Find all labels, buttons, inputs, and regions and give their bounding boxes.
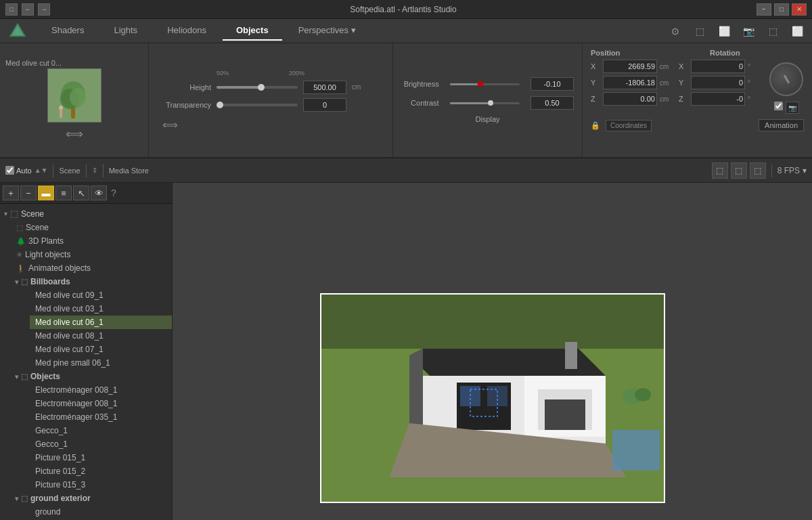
svg-rect-19	[545, 399, 585, 430]
svg-rect-7	[60, 108, 62, 118]
animation-btn[interactable]: Animation	[759, 119, 804, 131]
close-btn[interactable]: ✕	[792, 3, 807, 16]
tab-lights[interactable]: Lights	[100, 21, 151, 41]
back-btn[interactable]: ←	[22, 3, 34, 16]
remove-btn[interactable]: −	[20, 186, 37, 200]
billboards-header[interactable]: ▾ ⬚ Billboards	[11, 275, 172, 288]
sidebar: + − ▬ ≡ ↖ 👁 ? ▾ ⬚ Scene ⬚	[0, 183, 173, 520]
transparency-slider[interactable]	[217, 104, 298, 106]
transparency-input[interactable]	[303, 98, 346, 112]
pos-rot-headers: Position Rotation	[591, 49, 804, 57]
objects-header[interactable]: ▾ ⬚ Objects	[11, 370, 172, 383]
sidebar-item-electro-008-1[interactable]: Electroménager 008_1	[30, 383, 172, 397]
sidebar-item-med-olive-09[interactable]: Med olive cut 09_1	[30, 288, 172, 302]
scene-item[interactable]: ⬚ Scene	[11, 221, 172, 234]
billboards-arrow: ▾	[15, 278, 18, 286]
rotation-dial[interactable]	[769, 62, 803, 96]
pos-x-input[interactable]	[603, 60, 657, 73]
nav-icon-6[interactable]: ⬜	[788, 23, 807, 39]
view-icon-2[interactable]: ⬚	[731, 162, 747, 179]
sidebar-tree: ▾ ⬚ Scene ⬚ Scene 🌲 3D Plants ✳	[0, 204, 172, 520]
sidebar-item-picture-015-3[interactable]: Picture 015_3	[30, 478, 172, 492]
help-icon[interactable]: ?	[111, 188, 116, 198]
sidebar-item-picture-015-1[interactable]: Picture 015_1	[30, 451, 172, 464]
brightness-slider[interactable]	[450, 83, 520, 85]
sidebar-item-animated-objects[interactable]: 🚶 Animated objects	[11, 261, 172, 275]
billboards-icon: ⬚	[21, 278, 28, 286]
title-bar-left: □ ← →	[5, 3, 50, 16]
tab-perspectives[interactable]: Perspectives ▾	[285, 21, 369, 41]
svg-point-8	[59, 106, 63, 110]
brightness-input[interactable]	[531, 77, 574, 91]
sidebar-item-med-pine-06[interactable]: Med pine small 06_1	[30, 356, 172, 370]
rotation-dial-area: 📷	[767, 60, 806, 114]
brightness-row: Brightness	[401, 77, 574, 91]
contrast-input[interactable]	[531, 96, 574, 110]
chevron-down-icon: ▾	[351, 25, 356, 35]
sidebar-item-picture-015-2[interactable]: Picture 015_2	[30, 464, 172, 478]
nav-icon-4[interactable]: 📷	[739, 23, 758, 39]
separator-3	[103, 164, 104, 177]
sidebar-item-electro-008-2[interactable]: Electroménager 008_1	[30, 397, 172, 410]
height-slider[interactable]	[217, 86, 298, 89]
list-type-btn[interactable]: ≡	[55, 186, 72, 200]
ground-label: ground	[35, 507, 60, 517]
tab-shaders[interactable]: Shaders	[38, 21, 97, 41]
auto-checkbox[interactable]	[5, 166, 14, 175]
sidebar-item-ground[interactable]: ground	[30, 505, 172, 519]
scene-group-header[interactable]: ▾ ⬚ Scene	[0, 207, 172, 221]
expand-preview-icon[interactable]: ⟺	[66, 127, 83, 142]
forward-btn[interactable]: →	[38, 3, 50, 16]
lock-icon: 🔒	[591, 121, 600, 130]
maximize-btn[interactable]: □	[774, 3, 789, 16]
expand-arrow-icon[interactable]: ⟺	[162, 118, 384, 131]
height-input[interactable]	[303, 81, 346, 94]
tab-objects[interactable]: Objects	[223, 21, 282, 41]
camera-icon[interactable]: 📷	[786, 102, 799, 114]
sidebar-item-med-olive-08[interactable]: Med olive cut 08_1	[30, 329, 172, 343]
nav-icon-2[interactable]: ⬚	[690, 23, 709, 39]
electro-035-label: Electroménager 035_1	[35, 412, 117, 422]
pos-y-input[interactable]	[603, 76, 657, 89]
sidebar-item-electro-035[interactable]: Electroménager 035_1	[30, 410, 172, 424]
picture-015-3-label: Picture 015_3	[35, 480, 85, 490]
sidebar-item-med-olive-06[interactable]: Med olive cut 06_1	[30, 316, 172, 329]
sidebar-item-gecco-2[interactable]: Gecco_1	[30, 437, 172, 451]
billboard-type-btn[interactable]: ▬	[38, 186, 54, 200]
gecco-2-label: Gecco_1	[35, 439, 68, 449]
rot-x-input[interactable]	[691, 60, 745, 73]
gecco-1-label: Gecco_1	[35, 426, 68, 435]
tab-heliodons[interactable]: Heliodons	[154, 21, 220, 41]
add-btn[interactable]: +	[3, 186, 19, 200]
nav-icon-1[interactable]: ⊙	[666, 23, 685, 39]
ground-exterior-header[interactable]: ▾ ⬚ ground exterior	[11, 492, 172, 505]
nav-icon-5[interactable]: ⬚	[763, 23, 782, 39]
nav-icon-3[interactable]: ⬜	[715, 23, 734, 39]
separator-1	[53, 164, 53, 177]
viewport-canvas[interactable]	[320, 293, 665, 503]
sidebar-item-3dplants[interactable]: 🌲 3D Plants	[11, 234, 172, 248]
objects-arrow: ▾	[15, 373, 18, 381]
pos-z-input[interactable]	[603, 92, 657, 106]
sidebar-item-gecco-1[interactable]: Gecco_1	[30, 424, 172, 437]
sidebar-item-med-olive-07[interactable]: Med olive cut 07_1	[30, 343, 172, 356]
rot-z-input[interactable]	[691, 92, 745, 106]
med-olive-07-label: Med olive cut 07_1	[35, 345, 104, 354]
pos-y-row: Y cm	[591, 76, 671, 89]
media-store-label: Media Store	[109, 167, 149, 175]
view-icon-1[interactable]: ⬚	[712, 162, 728, 179]
contrast-slider[interactable]	[450, 102, 520, 104]
animated-objects-label: Animated objects	[28, 263, 91, 273]
rot-y-input[interactable]	[691, 76, 745, 89]
objects-icon: ⬚	[21, 372, 28, 381]
coordinates-row: 🔒 Coordinates Animation	[591, 119, 804, 131]
sidebar-item-light-objects[interactable]: ✳ Light objects	[11, 248, 172, 261]
coordinates-btn[interactable]: Coordinates	[606, 120, 652, 131]
minimize-btn[interactable]: −	[757, 3, 771, 16]
eye-btn[interactable]: 👁	[91, 186, 107, 200]
rotation-checkbox-1[interactable]	[774, 102, 783, 110]
light-objects-label: Light objects	[25, 250, 70, 259]
cursor-btn[interactable]: ↖	[73, 186, 89, 200]
view-icon-3[interactable]: ⬚	[750, 162, 766, 179]
sidebar-item-med-olive-03[interactable]: Med olive cut 03_1	[30, 302, 172, 316]
